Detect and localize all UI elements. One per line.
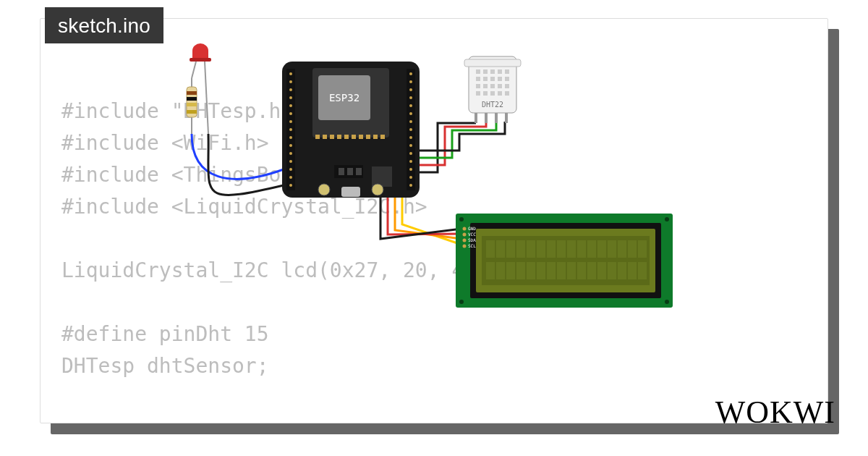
dht22-sensor[interactable]: DHT22: [464, 56, 521, 123]
svg-point-23: [409, 112, 412, 115]
lcd-module[interactable]: GND VCC SDA SCL: [456, 214, 673, 308]
svg-point-131: [463, 227, 467, 231]
svg-rect-106: [597, 240, 606, 258]
svg-rect-71: [483, 91, 488, 96]
svg-rect-96: [496, 240, 505, 258]
svg-point-24: [409, 120, 412, 123]
svg-rect-72: [490, 91, 495, 96]
svg-rect-50: [339, 168, 344, 175]
svg-rect-89: [187, 110, 197, 114]
wire-blue: [192, 134, 284, 179]
svg-point-30: [409, 168, 412, 171]
svg-rect-60: [476, 77, 480, 81]
svg-point-9: [289, 120, 292, 123]
svg-line-83: [205, 62, 208, 134]
svg-rect-116: [537, 262, 545, 279]
esp32-board[interactable]: ESP32: [282, 62, 420, 198]
svg-rect-35: [315, 135, 320, 139]
file-tab[interactable]: sketch.ino: [45, 7, 163, 43]
svg-rect-110: [638, 240, 647, 258]
svg-rect-101: [547, 240, 556, 258]
svg-point-32: [409, 184, 412, 187]
svg-rect-105: [587, 240, 596, 258]
svg-point-21: [409, 96, 412, 99]
svg-point-20: [409, 88, 412, 91]
svg-point-4: [289, 80, 292, 83]
brand-logo: WOKWI: [715, 394, 835, 431]
svg-rect-102: [557, 240, 566, 258]
svg-point-132: [463, 233, 467, 237]
svg-point-15: [289, 168, 292, 171]
svg-rect-38: [337, 135, 341, 139]
svg-point-134: [463, 245, 467, 248]
svg-rect-73: [498, 91, 502, 96]
svg-rect-97: [506, 240, 515, 258]
svg-rect-46: [341, 187, 360, 197]
svg-rect-115: [527, 262, 535, 279]
svg-point-130: [665, 300, 669, 304]
svg-point-127: [459, 217, 464, 221]
svg-rect-109: [628, 240, 637, 258]
svg-point-10: [289, 128, 292, 131]
svg-rect-112: [496, 262, 505, 279]
circuit-diagram[interactable]: ESP32 DHT22: [145, 43, 723, 391]
svg-rect-58: [498, 69, 502, 74]
svg-point-27: [409, 144, 412, 147]
svg-rect-117: [547, 262, 556, 279]
svg-point-48: [372, 184, 383, 195]
svg-point-129: [459, 300, 464, 304]
svg-point-18: [409, 72, 412, 75]
svg-rect-108: [618, 240, 626, 258]
svg-rect-44: [380, 135, 385, 139]
svg-rect-64: [505, 77, 509, 81]
svg-rect-76: [485, 113, 488, 123]
svg-rect-77: [495, 113, 498, 123]
file-tab-label: sketch.ino: [58, 14, 150, 37]
svg-rect-113: [506, 262, 515, 279]
svg-rect-63: [498, 77, 502, 81]
svg-rect-87: [187, 97, 197, 101]
svg-rect-124: [618, 262, 626, 279]
lcd-pin-vcc: VCC: [468, 232, 476, 237]
svg-point-25: [409, 128, 412, 131]
svg-rect-54: [464, 59, 521, 67]
svg-line-82: [192, 62, 196, 78]
svg-rect-98: [516, 240, 525, 258]
svg-point-3: [289, 72, 292, 75]
svg-rect-114: [516, 262, 525, 279]
svg-rect-121: [587, 262, 596, 279]
svg-rect-95: [486, 240, 495, 258]
svg-rect-78: [505, 113, 508, 123]
svg-rect-120: [577, 262, 586, 279]
svg-point-19: [409, 80, 412, 83]
svg-rect-65: [476, 84, 480, 88]
svg-rect-52: [356, 168, 362, 175]
svg-rect-40: [352, 135, 356, 139]
wire-gnd-led: [208, 134, 284, 195]
svg-rect-61: [483, 77, 488, 81]
svg-point-7: [289, 104, 292, 107]
svg-rect-69: [505, 84, 509, 88]
svg-point-11: [289, 136, 292, 139]
lcd-pin-scl: SCL: [468, 243, 476, 248]
svg-rect-57: [490, 69, 495, 74]
svg-rect-70: [476, 91, 480, 96]
svg-rect-55: [476, 69, 480, 74]
resistor[interactable]: [187, 78, 197, 134]
svg-rect-68: [498, 84, 502, 88]
svg-rect-86: [187, 91, 197, 95]
svg-rect-118: [557, 262, 566, 279]
svg-rect-119: [567, 262, 576, 279]
lcd-pin-gnd: GND: [468, 226, 476, 231]
svg-point-17: [289, 184, 292, 187]
mcu-label: ESP32: [329, 92, 359, 104]
svg-point-22: [409, 104, 412, 107]
svg-point-133: [463, 239, 467, 242]
svg-rect-104: [577, 240, 586, 258]
svg-point-13: [289, 152, 292, 155]
svg-rect-107: [608, 240, 616, 258]
svg-point-8: [289, 112, 292, 115]
svg-rect-123: [608, 262, 616, 279]
svg-rect-111: [486, 262, 495, 279]
svg-rect-126: [638, 262, 647, 279]
